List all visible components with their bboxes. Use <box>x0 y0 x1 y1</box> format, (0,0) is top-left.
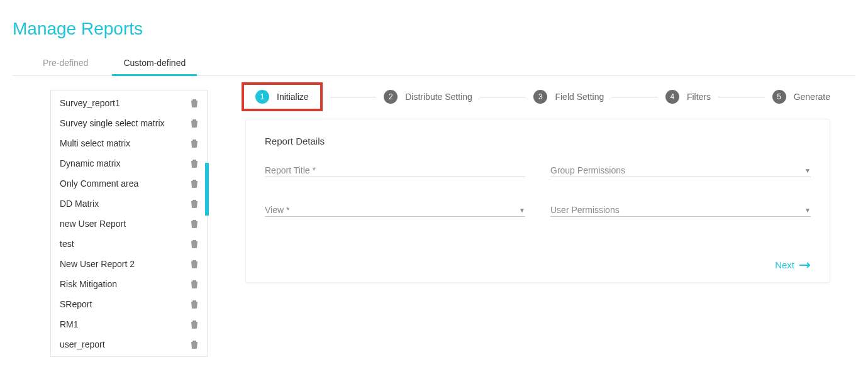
step-number: 2 <box>384 90 398 104</box>
list-item[interactable]: Dynamic matrix <box>51 153 207 173</box>
step-label: Field Setting <box>555 92 604 102</box>
trash-icon[interactable] <box>191 139 198 148</box>
step-distribute-setting[interactable]: 2Distribute Setting <box>384 90 472 104</box>
field-label: User Permissions <box>550 205 620 215</box>
report-title-field[interactable]: Report Title * <box>265 165 525 177</box>
list-item-label: Risk Mitigation <box>60 279 117 289</box>
section-title: Report Details <box>265 136 811 146</box>
trash-icon[interactable] <box>191 179 198 188</box>
step-label: Filters <box>687 92 711 102</box>
step-connector <box>718 97 765 97</box>
step-initialize[interactable]: 1Initialize <box>242 82 323 111</box>
trash-icon[interactable] <box>191 260 198 268</box>
step-label: Generate <box>794 92 830 102</box>
list-item-label: test <box>60 239 74 249</box>
group-permissions-field[interactable]: Group Permissions ▼ <box>550 165 811 177</box>
step-connector <box>611 97 658 97</box>
caret-down-icon: ▼ <box>804 167 811 174</box>
step-field-setting[interactable]: 3Field Setting <box>533 90 604 104</box>
field-label: View * <box>265 205 289 215</box>
list-item-label: Only Comment area <box>60 178 138 189</box>
trash-icon[interactable] <box>191 280 198 288</box>
list-item[interactable]: Multi select matrix <box>51 133 207 153</box>
step-connector <box>480 97 526 97</box>
step-connector <box>330 97 377 97</box>
field-label: Report Title * <box>265 165 316 175</box>
list-item-label: DD Matrix <box>60 199 99 209</box>
trash-icon[interactable] <box>191 119 198 128</box>
list-item-label: Multi select matrix <box>60 138 130 148</box>
field-label: Group Permissions <box>550 165 625 175</box>
caret-down-icon: ▼ <box>519 207 525 214</box>
step-label: Distribute Setting <box>405 92 472 102</box>
list-item[interactable]: new User Report <box>51 214 207 234</box>
trash-icon[interactable] <box>191 340 198 349</box>
list-item-label: New User Report 2 <box>60 259 135 269</box>
list-item[interactable]: SReport <box>51 294 207 314</box>
list-item[interactable]: DD Matrix <box>51 194 207 214</box>
list-item[interactable]: Risk Mitigation <box>51 274 207 294</box>
form-card: Report Details Report Title * Group Perm… <box>245 119 830 283</box>
list-item[interactable]: Survey single select matrix <box>51 113 207 133</box>
step-number: 1 <box>255 90 269 104</box>
list-item-label: RM1 <box>60 319 79 329</box>
report-list: Survey_report1Survey single select matri… <box>50 90 208 357</box>
list-item[interactable]: Survey_report1 <box>51 93 207 113</box>
scrollbar-thumb[interactable] <box>205 163 209 216</box>
step-number: 5 <box>772 90 786 104</box>
list-item-label: Survey_report1 <box>60 98 120 108</box>
trash-icon[interactable] <box>191 239 198 248</box>
step-generate[interactable]: 5Generate <box>772 90 830 104</box>
next-label: Next <box>775 260 794 270</box>
list-item[interactable]: Only Comment area <box>51 173 207 194</box>
list-item-label: SReport <box>60 299 92 309</box>
view-field[interactable]: View * ▼ <box>265 205 525 217</box>
next-button[interactable]: Next <box>775 260 811 270</box>
trash-icon[interactable] <box>191 300 198 309</box>
list-item-label: user_report <box>60 339 105 349</box>
trash-icon[interactable] <box>191 99 198 107</box>
list-item[interactable]: user_report <box>51 334 207 354</box>
trash-icon[interactable] <box>191 199 198 208</box>
page-title: Manage Reports <box>13 19 855 39</box>
trash-icon[interactable] <box>191 320 198 329</box>
tab-custom-defined[interactable]: Custom-defined <box>118 52 191 75</box>
trash-icon[interactable] <box>191 219 198 228</box>
arrow-right-icon <box>799 262 811 268</box>
step-number: 3 <box>533 90 547 104</box>
step-number: 4 <box>665 90 679 104</box>
list-item-label: new User Report <box>60 219 126 229</box>
list-item[interactable]: New User Report 2 <box>51 254 207 274</box>
trash-icon[interactable] <box>191 159 198 168</box>
list-item-label: Dynamic matrix <box>60 158 120 168</box>
stepper: 1Initialize2Distribute Setting3Field Set… <box>245 90 830 104</box>
list-item-label: Survey single select matrix <box>60 118 165 128</box>
step-filters[interactable]: 4Filters <box>665 90 711 104</box>
tab-pre-defined[interactable]: Pre-defined <box>38 52 93 75</box>
caret-down-icon: ▼ <box>804 207 811 214</box>
user-permissions-field[interactable]: User Permissions ▼ <box>550 205 811 217</box>
list-item[interactable]: RM1 <box>51 314 207 334</box>
step-label: Initialize <box>277 92 309 102</box>
tabs: Pre-defined Custom-defined <box>13 52 855 76</box>
list-item[interactable]: test <box>51 234 207 254</box>
